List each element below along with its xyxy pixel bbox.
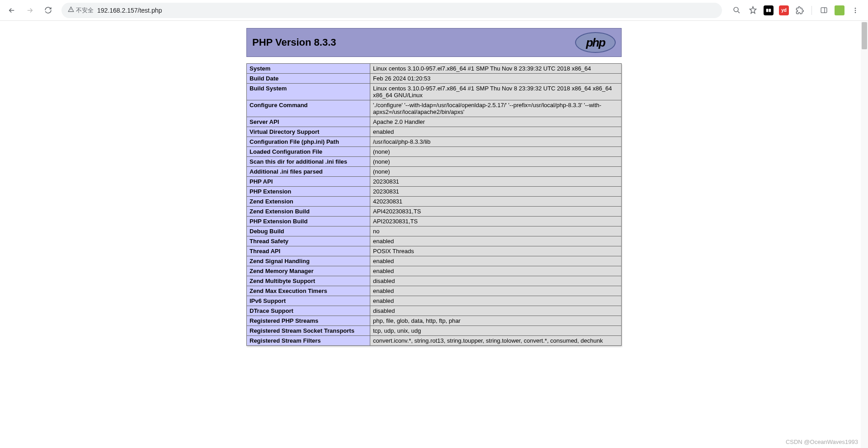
row-value: tcp, udp, unix, udg [370,326,622,336]
table-row: Additional .ini files parsed(none) [247,167,622,177]
row-value: convert.iconv.*, string.rot13, string.to… [370,336,622,346]
row-label: Zend Multibyte Support [247,276,370,286]
phpinfo-container: PHP Version 8.3.3 php SystemLinux centos… [246,28,622,346]
row-label: Additional .ini files parsed [247,167,370,177]
table-row: Build SystemLinux centos 3.10.0-957.el7.… [247,84,622,100]
row-label: PHP API [247,177,370,187]
row-value: Linux centos 3.10.0-957.el7.x86_64 #1 SM… [370,64,622,74]
svg-rect-3 [821,8,827,13]
row-value: enabled [370,266,622,276]
url-text: 192.168.2.157/test.php [97,7,162,14]
table-row: Configuration File (php.ini) Path/usr/lo… [247,137,622,147]
row-value: /usr/local/php-8.3.3/lib [370,137,622,147]
row-label: PHP Extension [247,187,370,197]
scrollbar-thumb[interactable] [862,22,867,49]
row-value: Linux centos 3.10.0-957.el7.x86_64 #1 SM… [370,84,622,100]
table-row: Zend Extension BuildAPI420230831,TS [247,207,622,217]
row-label: Configuration File (php.ini) Path [247,137,370,147]
table-row: IPv6 Supportenabled [247,296,622,306]
row-value: 20230831 [370,177,622,187]
php-logo: php [575,32,616,53]
extension-icon-2[interactable]: yd [779,5,789,15]
toolbar-divider [811,6,812,15]
browser-toolbar: 不安全 192.168.2.157/test.php yd [0,0,868,21]
table-row: Virtual Directory Supportenabled [247,127,622,137]
table-row: Zend Multibyte Supportdisabled [247,276,622,286]
row-value: (none) [370,167,622,177]
row-label: Registered PHP Streams [247,316,370,326]
profile-avatar[interactable] [835,5,844,15]
phpinfo-table: SystemLinux centos 3.10.0-957.el7.x86_64… [246,63,622,346]
row-label: Build System [247,84,370,100]
row-label: Scan this dir for additional .ini files [247,157,370,167]
table-row: Registered PHP Streamsphp, file, glob, d… [247,316,622,326]
row-label: Server API [247,117,370,127]
row-value: no [370,226,622,236]
row-label: Thread API [247,246,370,256]
url-bar[interactable]: 不安全 192.168.2.157/test.php [61,3,722,18]
table-row: Zend Memory Managerenabled [247,266,622,276]
table-row: Configure Command'./configure' '--with-l… [247,100,622,117]
warning-icon [68,6,74,14]
table-row: Server APIApache 2.0 Handler [247,117,622,127]
table-row: Zend Signal Handlingenabled [247,256,622,266]
security-label: 不安全 [76,6,94,14]
table-row: Zend Max Execution Timersenabled [247,286,622,296]
row-label: DTrace Support [247,306,370,316]
back-button[interactable] [5,3,19,18]
table-row: PHP API20230831 [247,177,622,187]
row-label: Configure Command [247,100,370,117]
svg-point-0 [734,7,738,12]
row-label: Zend Extension [247,197,370,207]
row-label: Zend Max Execution Timers [247,286,370,296]
zoom-icon[interactable] [731,5,742,16]
reload-button[interactable] [41,3,55,18]
row-label: Build Date [247,74,370,84]
row-value: disabled [370,276,622,286]
table-row: PHP Extension20230831 [247,187,622,197]
sidepanel-icon[interactable] [818,5,829,16]
row-value: enabled [370,236,622,246]
row-value: Feb 26 2024 01:20:53 [370,74,622,84]
page-title: PHP Version 8.3.3 [252,37,336,48]
extension-icon-1[interactable] [764,5,774,15]
table-row: Zend Extension420230831 [247,197,622,207]
row-label: Zend Signal Handling [247,256,370,266]
row-label: Virtual Directory Support [247,127,370,137]
row-value: Apache 2.0 Handler [370,117,622,127]
row-label: Loaded Configuration File [247,147,370,157]
table-row: Loaded Configuration File(none) [247,147,622,157]
row-label: Zend Extension Build [247,207,370,217]
table-row: Scan this dir for additional .ini files(… [247,157,622,167]
row-value: POSIX Threads [370,246,622,256]
table-row: DTrace Supportdisabled [247,306,622,316]
row-value: './configure' '--with-ldap=/usr/local/op… [370,100,622,117]
scrollbar-track[interactable] [861,21,868,359]
table-row: Thread APIPOSIX Threads [247,246,622,256]
table-row: Thread Safetyenabled [247,236,622,246]
table-row: Registered Stream Filtersconvert.iconv.*… [247,336,622,346]
row-label: Registered Stream Filters [247,336,370,346]
security-badge[interactable]: 不安全 [68,6,94,14]
row-value: enabled [370,296,622,306]
extensions-icon[interactable] [794,5,805,16]
row-label: IPv6 Support [247,296,370,306]
row-label: Thread Safety [247,236,370,246]
row-value: (none) [370,157,622,167]
page-content: PHP Version 8.3.3 php SystemLinux centos… [0,21,868,359]
table-row: SystemLinux centos 3.10.0-957.el7.x86_64… [247,64,622,74]
row-value: enabled [370,256,622,266]
row-value: enabled [370,286,622,296]
svg-rect-2 [769,9,771,12]
row-value: 20230831 [370,187,622,197]
row-value: php, file, glob, data, http, ftp, phar [370,316,622,326]
forward-button[interactable] [23,3,37,18]
row-value: (none) [370,147,622,157]
svg-point-5 [855,8,856,9]
svg-point-7 [855,12,856,13]
menu-icon[interactable] [850,5,861,16]
bookmark-icon[interactable] [747,5,758,16]
row-label: Zend Memory Manager [247,266,370,276]
table-row: Build DateFeb 26 2024 01:20:53 [247,74,622,84]
phpinfo-header: PHP Version 8.3.3 php [246,28,622,57]
